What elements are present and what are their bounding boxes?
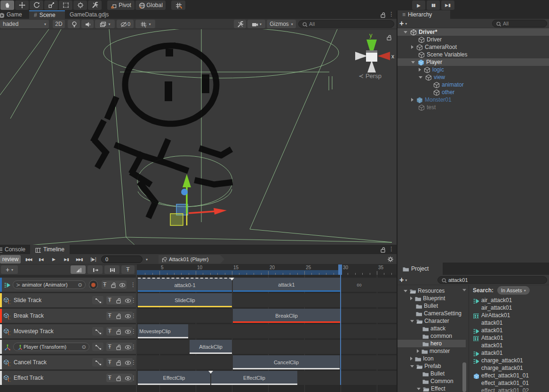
ripple-mode-button[interactable] [88,265,103,274]
clip-effect-1[interactable]: EffectClip [138,371,210,385]
frame-dropdown-icon[interactable]: ▾ [146,257,148,262]
result-item[interactable]: air_attack01 [473,296,549,304]
clip-ease-marker[interactable] [230,278,234,280]
pin-button[interactable]: Ŧ [108,312,111,319]
mute-eye-button[interactable] [124,359,131,366]
foldout-closed-icon[interactable] [411,98,414,102]
scene-menu-icon[interactable]: ⋮ [389,11,394,17]
gizmos-dropdown[interactable]: Gizmos ▾ [267,20,296,28]
mute-eye-button[interactable] [124,328,131,335]
pin-button[interactable]: Ŧ [108,328,111,335]
folder-item[interactable]: Prefab [398,362,466,370]
foldout-open-icon[interactable] [410,365,414,368]
track-menu-icon[interactable]: ⋮ [131,344,136,350]
curve-button[interactable] [92,358,103,367]
rotate-tool-button[interactable] [30,0,43,10]
track-header-animator[interactable]: ≻animator (Animator) ⊙ Ŧ ⋮ [0,278,136,292]
clip-cancel[interactable]: CancelClip [233,355,340,369]
clip-movestep[interactable]: MovestepClip [138,324,188,338]
lock-button[interactable] [115,297,121,304]
foldout-open-icon[interactable] [404,31,407,33]
lock-icon[interactable] [379,11,385,18]
mute-eye-button[interactable] [124,344,131,350]
tab-project[interactable]: Project [398,263,443,275]
folder-item[interactable]: Common [398,377,466,385]
foldout-open-icon[interactable] [411,61,415,64]
transform-tool-button[interactable] [73,0,87,10]
add-track-button[interactable]: + ▾ [1,265,18,274]
step-button[interactable]: ▶▮ [441,0,454,10]
track-header-cancel[interactable]: Cancel Track Ŧ ⋮ [0,355,136,369]
foldout-closed-icon[interactable] [410,357,413,360]
hierarchy-item[interactable]: Driver [398,36,549,43]
folder-item[interactable]: Bullet [398,370,466,377]
timeline-breadcrumb[interactable]: Attack01 (Player) [159,255,224,264]
pivot-toggle-button[interactable]: Pivot [107,0,135,10]
next-frame-button[interactable]: ▶▮ [61,255,72,264]
transform-binding-field[interactable]: Player (Transform) ⊙ [13,343,89,351]
track-header-break[interactable]: Break Track Ŧ ⋮ [0,309,136,323]
hierarchy-item[interactable]: logic [398,66,549,73]
scene-camera-dropdown[interactable]: ▾ [247,20,265,28]
foldout-closed-icon[interactable] [410,296,413,300]
replace-mode-button[interactable] [104,265,119,274]
search-scope-dropdown[interactable]: In Assets ▾ [497,286,530,295]
scene-tools-button[interactable] [234,20,246,28]
project-add-button[interactable]: + ▾ [399,276,407,284]
foldout-closed-icon[interactable] [419,68,421,72]
foldout-open-icon[interactable] [410,320,414,322]
mute-eye-button[interactable] [124,297,131,304]
lock-button[interactable] [115,344,121,350]
pin-button[interactable]: Ŧ [103,281,106,288]
track-menu-icon[interactable]: ⋮ [131,328,136,335]
previous-frame-button[interactable]: ▮◀ [35,255,47,264]
lock-button[interactable] [110,281,116,288]
tab-hierarchy[interactable]: ≡ Hierarchy [398,10,450,19]
preview-toggle-button[interactable]: review [0,255,21,264]
scene-lighting-button[interactable] [68,20,80,28]
clip-break[interactable]: BreakClip [233,309,340,323]
pause-button[interactable]: ▮▮ [427,0,440,10]
rect-tool-button[interactable] [59,0,72,10]
hierarchy-item[interactable]: Monster01 [398,96,549,104]
projection-mode-label[interactable]: ≺ Persp [358,72,382,80]
folder-item[interactable]: Blueprint [398,295,466,302]
foldout-open-icon[interactable] [417,388,421,390]
tree-scrollbar[interactable] [462,362,466,392]
folder-item[interactable]: CameraSetting [398,310,466,317]
scene-visibility-button[interactable]: 0 [117,20,134,28]
hierarchy-item-selected[interactable]: Player [398,58,549,66]
result-item[interactable]: charge_attack01 [473,364,549,372]
go-to-end-button[interactable]: ▶▶▮ [73,255,85,264]
timeline-play-button[interactable]: ▶ [48,255,60,264]
lock-button[interactable] [115,359,121,366]
animator-binding-field[interactable]: ≻animator (Animator) ⊙ [13,280,86,289]
result-item[interactable]: effect_attack01_01 [473,372,549,379]
track-header-effect[interactable]: Effect Track Ŧ ⋮ [0,371,136,385]
hierarchy-add-button[interactable]: + ▾ [399,19,407,28]
clip-attack0-1[interactable]: attack0-1 [138,278,232,292]
result-item[interactable]: Attack01 [473,334,549,342]
2d-toggle-button[interactable]: 2D [53,20,65,28]
result-item[interactable]: attack01 [473,319,549,327]
object-picker-icon[interactable]: ⊙ [82,344,86,350]
track-menu-icon[interactable]: ⋮ [131,297,136,304]
clip-slide[interactable]: SlideClip [138,293,232,307]
lock-button[interactable] [115,312,121,319]
timeline-settings-gear-icon[interactable] [387,256,394,263]
track-header-slide[interactable]: Slide Track Ŧ ⋮ [0,293,136,307]
play-button[interactable]: ▶ [412,0,425,10]
scroll-up-icon[interactable] [462,289,466,291]
foldout-open-icon[interactable] [419,76,422,79]
hierarchy-item-scene-root[interactable]: Driver* [398,28,549,36]
hierarchy-search-input[interactable]: All [492,20,547,27]
track-menu-icon[interactable]: ⋮ [131,375,136,381]
foldout-closed-icon[interactable] [411,45,414,49]
tab-game[interactable]: Game [0,10,29,19]
clip-ease-marker[interactable] [208,371,213,374]
pin-button[interactable]: Ŧ [108,359,111,366]
hand-tool-button[interactable] [0,0,14,10]
pin-button[interactable]: Ŧ [108,344,111,350]
scene-search-input[interactable]: All [298,20,394,28]
clip-attack1[interactable]: attack1 [233,278,340,292]
